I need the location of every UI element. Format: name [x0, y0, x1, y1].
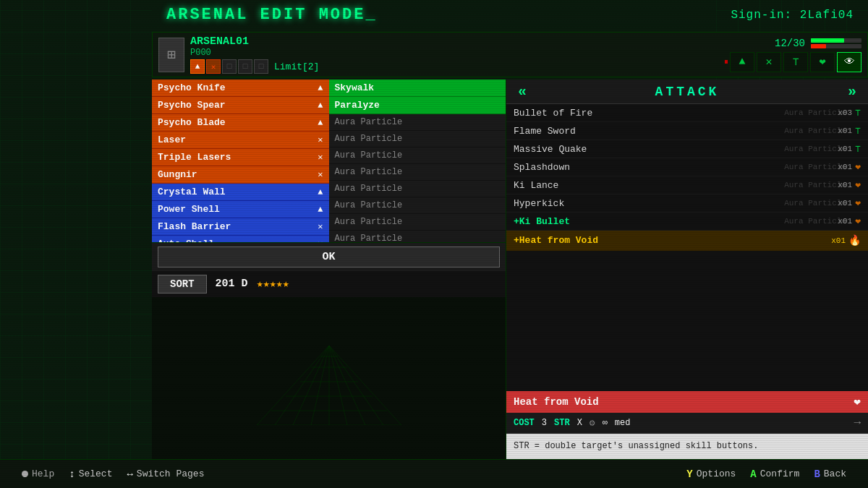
equip-item-2: Psycho Spear ▲: [152, 97, 329, 114]
slot-name-3: Aura Particle: [335, 117, 403, 127]
main-content: Psycho Knife ▲ Psycho Spear ▲ Psycho Bla…: [152, 80, 868, 459]
tab-eye2-icon[interactable]: 👁: [837, 52, 861, 72]
equip-icon-6: ✕: [318, 169, 323, 180]
sort-button[interactable]: SORT: [158, 275, 207, 294]
select-label: Select: [79, 468, 113, 479]
attack-header: « ATTACK »: [506, 80, 868, 104]
tab-heart-icon[interactable]: ❤: [810, 52, 835, 72]
svg-line-13: [329, 346, 383, 425]
equip-name-4: Laser: [158, 134, 186, 145]
icon-box-4: □: [238, 59, 252, 74]
hp-bar-fill-1: [811, 38, 844, 43]
attack-name-6: Hyperkick: [514, 198, 838, 209]
equip-name-9: Flash Barrier: [158, 221, 231, 232]
attack-item-1[interactable]: Bullet of Fire x03 ⊤ Aura Particle: [506, 104, 868, 122]
attack-type-icon-3: ⊤: [855, 143, 861, 155]
attack-next-button[interactable]: »: [842, 83, 862, 100]
equip-name-7: Crystal Wall: [158, 187, 226, 197]
help-item: Help: [22, 468, 54, 479]
slot-name-1: Skywalk: [335, 82, 375, 93]
equip-name-6: Gungnir: [158, 169, 197, 180]
equip-item-9: Flash Barrier ✕: [152, 218, 329, 236]
slot-item-1: Skywalk: [329, 80, 506, 97]
tab-eye-icon[interactable]: ▲: [730, 52, 754, 72]
svg-line-11: [329, 346, 347, 425]
slot-name-4: Aura Particle: [335, 134, 403, 144]
slot-item-9: Aura Particle: [329, 214, 506, 231]
attack-item-6[interactable]: Hyperkick x01 ❤ Aura Particle: [506, 194, 868, 213]
attack-item-2[interactable]: Flame Sword x01 ⊤ Aura Particle: [506, 122, 868, 140]
attack-detail-header: Heat from Void ❤: [506, 391, 868, 413]
svg-line-14: [329, 346, 401, 425]
equip-name-5: Triple Lasers: [158, 152, 231, 163]
attack-title: ATTACK: [532, 85, 842, 99]
confirm-action: A Confirm: [750, 468, 799, 480]
ok-button[interactable]: OK: [158, 247, 500, 267]
slot-name-6: Aura Particle: [335, 167, 403, 177]
limit-label: Limit[2]: [274, 61, 319, 72]
equip-item-8: Power Shell ▲: [152, 201, 329, 218]
slot-name-7: Aura Particle: [335, 184, 403, 194]
ok-button-row: OK: [152, 242, 506, 271]
tab-target-icon[interactable]: ⊤: [783, 52, 808, 72]
attack-count-2: x01: [838, 127, 852, 135]
tab-x-icon[interactable]: ✕: [757, 52, 781, 72]
back-label: Back: [824, 468, 846, 479]
switch-pages-action: ↔ Switch Pages: [127, 468, 204, 480]
slot-item-4: Aura Particle: [329, 131, 506, 147]
attack-name-8: +Heat from Void: [514, 235, 831, 246]
attack-prev-button[interactable]: «: [512, 83, 532, 100]
slot-item-10: Aura Particle: [329, 231, 506, 242]
equip-icon-1: ▲: [318, 83, 323, 93]
help-label: Help: [32, 468, 54, 479]
icon-box-1: ▲: [190, 59, 205, 74]
arsenal-name: ARSENAL01: [190, 35, 319, 48]
attack-item-7[interactable]: +Ki Bullet x01 ❤ Aura Particle: [506, 213, 868, 231]
hp-bar-fill-2: [811, 44, 826, 48]
preview-area: .grid-line{stroke:#003300;stroke-width:0…: [152, 297, 506, 460]
attack-count-5: x01: [838, 181, 852, 189]
credits-display: 201 D: [216, 278, 248, 290]
help-dot-icon: [22, 471, 28, 477]
slot-item-8: Aura Particle: [329, 197, 506, 214]
right-header-area: 12/30 ▲ ✕ ⊤ ❤ 👁: [725, 38, 861, 72]
red-bar-accent: [725, 60, 728, 64]
switch-pages-label: Switch Pages: [137, 468, 205, 479]
attack-name-2: Flame Sword: [514, 126, 838, 137]
svg-line-9: [311, 346, 329, 425]
stat-cost-val: 3: [542, 418, 547, 428]
grid-decoration-left: [0, 0, 152, 488]
equip-right-col: Skywalk Paralyze Aura Particle Aura Part…: [329, 80, 506, 242]
stat-range-val: med: [615, 418, 631, 428]
equip-icon-5: ✕: [318, 152, 323, 163]
attack-detail-icon: ❤: [854, 395, 861, 409]
attack-item-3[interactable]: Massive Quake x01 ⊤ Aura Particle: [506, 140, 868, 158]
slot-item-7: Aura Particle: [329, 181, 506, 197]
equip-item-1: Psycho Knife ▲: [152, 80, 329, 97]
select-key-icon: ↕: [69, 468, 75, 480]
attack-name-1: Bullet of Fire: [514, 108, 838, 119]
equip-item-3: Psycho Blade ▲: [152, 114, 329, 132]
attack-name-7: +Ki Bullet: [514, 216, 838, 227]
attack-detail-stats: COST 3 STR X ⚙ ∞ med →: [506, 413, 868, 434]
attack-item-4[interactable]: Splashdown x01 ❤ Aura Particle: [506, 158, 868, 176]
arsenal-icon: ⊞: [158, 38, 184, 72]
equip-name-2: Psycho Spear: [158, 100, 226, 111]
svg-line-7: [275, 346, 329, 425]
bottom-bar: Help ↕ Select ↔ Switch Pages Y Options A…: [0, 459, 868, 488]
equip-icon-4: ✕: [318, 134, 323, 145]
slot-item-5: Aura Particle: [329, 147, 506, 164]
equip-item-5: Triple Lasers ✕: [152, 149, 329, 166]
attack-item-8-highlighted[interactable]: +Heat from Void x01 🔥: [506, 231, 868, 251]
slot-item-2: Paralyze: [329, 97, 506, 114]
b-key-icon: B: [814, 468, 820, 480]
svg-line-12: [329, 346, 365, 425]
attack-item-5[interactable]: Ki Lance x01 ❤ Aura Particle: [506, 176, 868, 194]
stat-arrow-icon: →: [854, 416, 861, 429]
icon-box-5: □: [254, 59, 268, 74]
svg-line-8: [293, 346, 329, 425]
attack-count-6: x01: [838, 199, 852, 207]
options-action: Y Options: [686, 468, 736, 480]
slot-name-2: Paralyze: [335, 100, 380, 111]
equip-icon-9: ✕: [318, 221, 323, 232]
